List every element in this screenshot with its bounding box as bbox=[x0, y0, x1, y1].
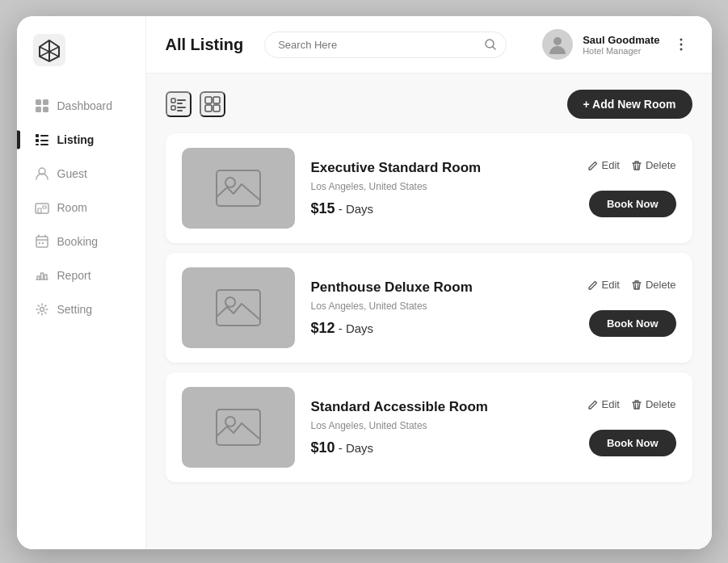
delete-icon bbox=[631, 399, 642, 410]
header-right: Saul Goodmate Hotel Manager bbox=[542, 29, 692, 60]
grid-view-button[interactable] bbox=[200, 91, 225, 117]
edit-button[interactable]: Edit bbox=[587, 159, 620, 171]
svg-rect-28 bbox=[177, 107, 186, 108]
room-location: Los Angeles, United States bbox=[311, 420, 571, 431]
svg-rect-8 bbox=[40, 140, 48, 141]
sidebar-item-label: Room bbox=[57, 201, 87, 214]
image-placeholder-icon bbox=[216, 409, 261, 446]
svg-rect-33 bbox=[213, 105, 220, 111]
svg-rect-15 bbox=[36, 237, 48, 247]
svg-rect-32 bbox=[205, 105, 212, 111]
book-now-button[interactable]: Book Now bbox=[589, 310, 676, 337]
logo-icon bbox=[33, 34, 65, 66]
room-info: Penthouse Deluxe Room Los Angeles, Unite… bbox=[311, 279, 571, 337]
svg-rect-9 bbox=[36, 144, 39, 145]
main-content: All Listing Saul Go bbox=[146, 16, 712, 549]
svg-rect-13 bbox=[38, 208, 41, 213]
svg-point-21 bbox=[680, 39, 682, 41]
edit-icon bbox=[587, 399, 599, 410]
room-actions: Edit Delete Book Now bbox=[587, 159, 676, 217]
svg-rect-2 bbox=[43, 99, 48, 105]
sidebar-item-report[interactable]: Report bbox=[25, 260, 137, 291]
sidebar: Dashboard Listing bbox=[17, 16, 146, 549]
search-icon bbox=[484, 38, 497, 51]
edit-delete-row: Edit Delete bbox=[587, 279, 676, 291]
edit-button[interactable]: Edit bbox=[587, 398, 620, 410]
svg-rect-16 bbox=[39, 242, 40, 244]
report-icon bbox=[35, 268, 49, 283]
svg-rect-5 bbox=[36, 134, 39, 137]
svg-rect-17 bbox=[42, 242, 44, 244]
svg-rect-24 bbox=[171, 99, 175, 103]
sidebar-item-booking[interactable]: Booking bbox=[25, 226, 137, 257]
room-card: Executive Standard Room Los Angeles, Uni… bbox=[166, 133, 692, 243]
room-image bbox=[182, 387, 295, 468]
room-location: Los Angeles, United States bbox=[311, 300, 571, 312]
svg-rect-29 bbox=[177, 110, 183, 111]
sidebar-item-guest[interactable]: Guest bbox=[25, 158, 137, 189]
sidebar-item-label: Dashboard bbox=[57, 99, 113, 112]
view-toggles bbox=[166, 91, 225, 117]
room-name: Standard Accessible Room bbox=[311, 399, 571, 415]
room-location: Los Angeles, United States bbox=[311, 181, 571, 192]
room-actions: Edit Delete Book Now bbox=[587, 279, 676, 337]
room-name: Executive Standard Room bbox=[311, 160, 571, 176]
edit-button[interactable]: Edit bbox=[587, 279, 620, 291]
room-name: Penthouse Deluxe Room bbox=[311, 279, 571, 296]
delete-button[interactable]: Delete bbox=[631, 159, 676, 171]
guest-icon bbox=[35, 166, 49, 181]
sidebar-item-label: Report bbox=[57, 269, 91, 282]
toolbar: + Add New Room bbox=[166, 90, 692, 119]
svg-rect-14 bbox=[43, 206, 46, 208]
sidebar-item-dashboard[interactable]: Dashboard bbox=[25, 90, 137, 121]
sidebar-item-listing[interactable]: Listing bbox=[25, 124, 137, 155]
more-options-button[interactable] bbox=[670, 33, 692, 56]
list-view-button[interactable] bbox=[166, 91, 191, 117]
edit-icon bbox=[587, 160, 599, 171]
room-image bbox=[182, 148, 295, 229]
edit-delete-row: Edit Delete bbox=[587, 159, 676, 171]
svg-point-37 bbox=[225, 297, 235, 307]
svg-rect-27 bbox=[171, 106, 175, 110]
add-room-button[interactable]: + Add New Room bbox=[567, 90, 692, 119]
room-list: Executive Standard Room Los Angeles, Uni… bbox=[166, 133, 692, 482]
header: All Listing Saul Go bbox=[146, 16, 712, 74]
sidebar-item-setting[interactable]: Setting bbox=[25, 294, 137, 325]
avatar bbox=[542, 29, 573, 60]
room-info: Standard Accessible Room Los Angeles, Un… bbox=[311, 399, 571, 456]
sidebar-nav: Dashboard Listing bbox=[17, 90, 145, 325]
room-price: $15 - Days bbox=[311, 200, 571, 217]
delete-button[interactable]: Delete bbox=[631, 279, 676, 291]
image-placeholder-icon bbox=[216, 170, 261, 207]
delete-icon bbox=[631, 160, 642, 171]
svg-rect-10 bbox=[40, 144, 48, 145]
sidebar-item-label: Setting bbox=[57, 303, 93, 316]
sidebar-item-label: Guest bbox=[57, 167, 87, 180]
svg-point-39 bbox=[225, 417, 235, 426]
sidebar-item-label: Listing bbox=[57, 133, 95, 146]
svg-rect-26 bbox=[177, 103, 183, 104]
edit-icon bbox=[587, 279, 599, 291]
svg-point-18 bbox=[40, 308, 44, 312]
delete-icon bbox=[631, 279, 642, 291]
room-price: $12 - Days bbox=[311, 320, 571, 337]
sidebar-item-label: Booking bbox=[57, 235, 99, 248]
svg-rect-31 bbox=[213, 97, 220, 103]
edit-delete-row: Edit Delete bbox=[587, 398, 676, 410]
delete-button[interactable]: Delete bbox=[631, 398, 676, 410]
svg-point-23 bbox=[680, 48, 682, 51]
svg-rect-1 bbox=[36, 99, 41, 105]
dashboard-icon bbox=[35, 99, 49, 113]
user-info: Saul Goodmate Hotel Manager bbox=[583, 34, 659, 56]
book-now-button[interactable]: Book Now bbox=[589, 191, 676, 217]
book-now-button[interactable]: Book Now bbox=[589, 430, 676, 456]
room-price: $10 - Days bbox=[311, 439, 571, 456]
svg-point-22 bbox=[680, 44, 682, 46]
content-area: + Add New Room Executive Standard Room L… bbox=[146, 74, 712, 549]
sidebar-item-room[interactable]: Room bbox=[25, 192, 137, 223]
image-placeholder-icon bbox=[216, 289, 261, 326]
svg-rect-3 bbox=[36, 107, 41, 112]
svg-rect-25 bbox=[177, 99, 186, 101]
page-title: All Listing bbox=[166, 36, 244, 54]
search-input[interactable] bbox=[264, 32, 507, 58]
